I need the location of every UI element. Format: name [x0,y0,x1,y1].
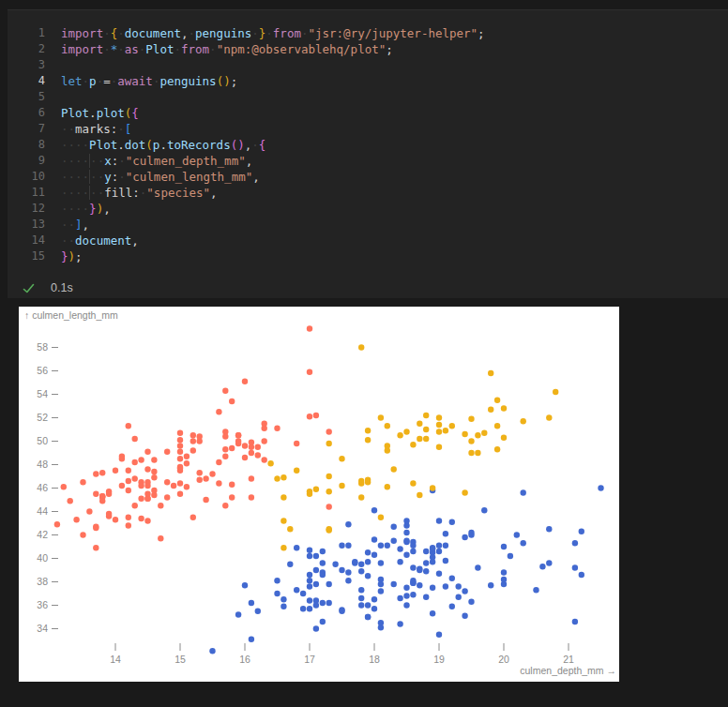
data-point-adelie [397,621,402,626]
data-point-adelie [417,582,422,588]
code-line[interactable]: 2import·*·as·Plot·from·"npm:@observableh… [8,41,728,57]
code-line[interactable]: 6Plot.plot({ [8,105,728,121]
code-line[interactable]: 3 [8,57,728,73]
code-line[interactable]: 8····Plot.dot(p.toRecords(),·{ [8,137,728,153]
line-number: 5 [8,89,45,105]
data-point-gentoo [144,466,150,472]
data-point-gentoo [171,483,176,489]
data-point-adelie [313,567,319,573]
code-text: ······fill:·"species", [45,185,218,201]
data-point-adelie [403,530,409,535]
data-point-gentoo [197,433,203,439]
data-point-adelie [378,543,384,549]
code-line[interactable]: 10······y:·"culmen_length_mm", [8,169,728,185]
data-point-adelie [320,560,326,565]
data-point-adelie [307,553,312,559]
success-check-icon [22,281,36,295]
code-line[interactable]: 11······fill:·"species", [8,185,728,201]
data-point-adelie [403,552,409,558]
data-point-gentoo [73,517,79,522]
data-point-adelie [514,532,520,537]
line-number: 4 [8,73,45,89]
data-point-adelie [468,599,474,605]
data-point-adelie [242,582,248,588]
code-text: ······x:·"culmen_depth_mm", [45,153,252,169]
code-line[interactable]: 4let·p·=·await·penguins(); [8,73,728,89]
data-point-adelie [378,588,384,594]
data-point-adelie [294,545,299,550]
data-point-chinstrap [365,477,371,483]
code-line[interactable]: 7··marks:·[ [8,121,728,137]
data-point-adelie [345,569,351,575]
data-point-chinstrap [494,446,500,452]
line-number: 10 [8,169,45,185]
data-point-gentoo [80,479,85,485]
line-number: 1 [8,25,45,41]
data-point-gentoo [164,449,170,455]
data-point-chinstrap [436,422,442,428]
data-point-gentoo [138,496,144,502]
data-point-adelie [365,573,371,579]
data-point-chinstrap [378,414,384,420]
data-point-gentoo [242,455,248,460]
data-point-gentoo [255,444,261,450]
y-tick-label: 52 [37,412,48,423]
data-point-adelie [320,619,326,624]
code-cell[interactable]: 1import·{·document,·penguins·}·from·"jsr… [8,9,728,298]
data-point-adelie [449,576,455,581]
code-line[interactable]: 1import·{·document,·penguins·}·from·"jsr… [8,25,728,41]
code-line[interactable]: 5 [8,89,728,105]
plot-output: 3436384042444648505254565814151617181920… [19,307,619,682]
data-point-adelie [430,610,435,616]
code-line[interactable]: 12····}), [8,201,728,217]
data-point-chinstrap [423,427,429,432]
code-line[interactable]: 14··document, [8,233,728,248]
data-point-gentoo [144,449,150,455]
code-text: import·{·document,·penguins·}·from·"jsr:… [45,25,485,41]
code-line[interactable]: 9······x:·"culmen_depth_mm", [8,153,728,169]
data-point-gentoo [119,483,125,489]
y-tick-label: 58 [37,341,48,353]
data-point-adelie [403,518,409,523]
data-point-adelie [313,625,319,631]
data-point-chinstrap [358,480,364,486]
data-point-gentoo [151,457,157,462]
data-point-gentoo [106,489,112,494]
data-point-adelie [249,600,254,606]
data-point-adelie [462,613,467,619]
data-point-gentoo [294,441,299,446]
code-line[interactable]: 15}); [8,248,728,264]
data-point-adelie [436,571,442,577]
data-point-chinstrap [281,518,286,523]
data-point-adelie [410,564,416,570]
code-editor[interactable]: 1import·{·document,·penguins·}·from·"jsr… [8,10,728,264]
y-tick-label: 36 [37,599,48,610]
data-point-adelie [546,526,552,532]
data-point-chinstrap [462,489,467,495]
data-point-adelie [397,595,402,601]
data-point-adelie [307,583,312,589]
data-point-adelie [235,611,241,617]
data-point-chinstrap [417,421,422,427]
data-point-gentoo [307,369,312,375]
y-tick-label: 44 [37,505,48,517]
x-tick-label: 19 [433,654,445,665]
code-text: }); [45,248,83,264]
line-number: 7 [8,121,45,137]
data-point-chinstrap [267,460,273,466]
code-line[interactable]: 13··], [8,217,728,233]
data-point-chinstrap [326,474,332,479]
data-point-gentoo [61,484,67,489]
data-point-chinstrap [281,474,286,480]
line-number: 15 [8,248,45,264]
data-point-adelie [410,543,416,549]
data-point-adelie [436,549,442,554]
data-point-gentoo [126,515,131,520]
y-tick-label: 38 [37,576,48,587]
data-point-adelie [468,530,474,535]
data-point-chinstrap [281,545,286,550]
data-point-gentoo [262,438,267,444]
data-point-gentoo [184,454,190,459]
data-point-adelie [372,552,377,558]
data-point-adelie [501,569,507,575]
